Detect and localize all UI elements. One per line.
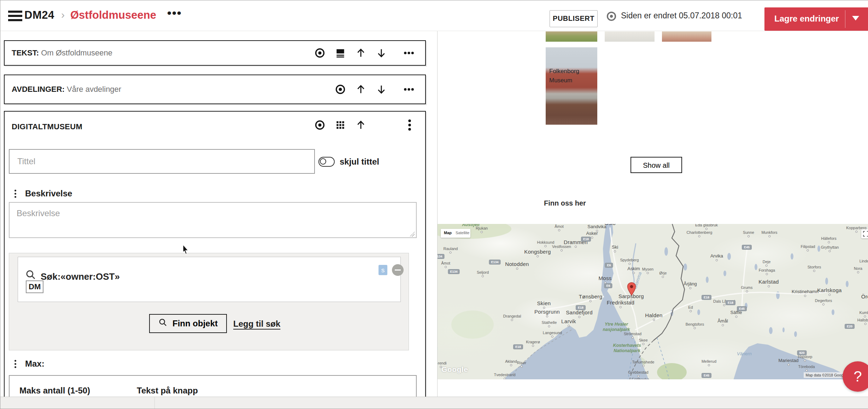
- visibility-eye-icon[interactable]: [314, 47, 326, 59]
- kebab-menu-icon[interactable]: [404, 118, 415, 134]
- published-status-button[interactable]: PUBLISERT: [550, 10, 598, 27]
- section-digitaltmuseum[interactable]: DIGITALTMUSEUM skjul tittel Beskrivelse …: [4, 111, 426, 409]
- digitaltmuseum-title: DIGITALTMUSEUM: [12, 122, 82, 131]
- breadcrumb-overflow-icon[interactable]: •••: [167, 6, 182, 20]
- scrollbar-thumb-edge: [154, 397, 155, 409]
- map-pin-icon[interactable]: [627, 282, 636, 297]
- map-type-satellite-button[interactable]: Satellite: [456, 231, 469, 235]
- menu-icon[interactable]: [8, 11, 22, 21]
- google-map[interactable]: OsloSandvikaAskerÅmotRjukanHokksundVestf…: [438, 224, 868, 379]
- app-window: DM24 › Østfoldmuseene ••• PUBLISERT Side…: [0, 0, 868, 409]
- map-type-control[interactable]: Map Satellite: [441, 229, 470, 238]
- bottom-scrollbar-track[interactable]: [0, 397, 868, 409]
- ellipsis-menu-icon[interactable]: [403, 84, 415, 95]
- move-up-icon[interactable]: [355, 84, 366, 95]
- editor-panel: TEKST: Om Østfoldmuseene AVDELINGER: Vår…: [0, 31, 437, 409]
- google-logo: Google: [441, 365, 468, 374]
- breadcrumb-root[interactable]: DM24: [24, 9, 54, 22]
- search-count-badge: s: [379, 265, 387, 275]
- last-changed-text: Siden er endret 05.07.2018 00:01: [621, 11, 742, 20]
- breadcrumb-current-page[interactable]: Østfoldmuseene: [70, 9, 156, 22]
- preview-panel: Folkenborg Museum Show all Finn oss her: [438, 31, 868, 397]
- show-all-button[interactable]: Show all: [631, 157, 682, 173]
- minus-icon: [395, 269, 401, 271]
- chevron-right-icon: ›: [61, 9, 65, 21]
- finn-objekt-label: Finn objekt: [172, 319, 218, 328]
- mouse-cursor: [182, 244, 189, 256]
- legg-til-sok-link[interactable]: Legg til søk: [233, 319, 280, 329]
- search-icon: [158, 318, 168, 329]
- ellipsis-menu-icon[interactable]: [403, 47, 415, 59]
- map-attribution: Map data ©2018 Google: [804, 372, 848, 378]
- move-up-icon[interactable]: [355, 119, 366, 132]
- save-changes-button[interactable]: Lagre endringer: [764, 7, 868, 31]
- museum-thumbnail-image[interactable]: [605, 31, 655, 42]
- visibility-eye-icon[interactable]: [314, 119, 326, 132]
- move-up-icon[interactable]: [355, 47, 366, 59]
- save-dropdown-caret-icon[interactable]: [852, 16, 859, 20]
- beskrivelse-label: Beskrivelse: [25, 189, 72, 198]
- hide-title-label: skjul tittel: [340, 157, 379, 167]
- preview-eye-icon[interactable]: [606, 11, 617, 23]
- search-query-text: Søk:«owner:OST»: [41, 271, 120, 282]
- finn-oss-her-heading: Finn oss her: [544, 199, 586, 207]
- move-down-icon[interactable]: [376, 84, 387, 95]
- map-geography: [438, 224, 868, 379]
- drag-handle-icon[interactable]: [14, 190, 17, 198]
- fullscreen-icon[interactable]: [861, 229, 868, 238]
- textarea-resize-handle[interactable]: [410, 232, 415, 237]
- search-query-panel: Søk:«owner:OST» s DM Finn objekt Legg ti…: [9, 253, 409, 350]
- museum-thumbnail-image[interactable]: [662, 31, 711, 42]
- tekst-pa-knapp-label: Tekst på knapp: [137, 386, 198, 396]
- max-label: Max:: [25, 359, 45, 369]
- save-changes-label: Lagre endringer: [774, 14, 839, 24]
- folkenborg-caption: Folkenborg Museum: [549, 67, 585, 85]
- map-type-map-button[interactable]: Map: [444, 231, 452, 235]
- section-tekst[interactable]: TEKST: Om Østfoldmuseene: [4, 40, 426, 66]
- drag-handle-icon[interactable]: [14, 360, 17, 368]
- beskrivelse-textarea[interactable]: [9, 202, 417, 238]
- top-bar: DM24 › Østfoldmuseene ••• PUBLISERT Side…: [0, 0, 868, 31]
- tittel-input[interactable]: [9, 149, 315, 174]
- folkenborg-museum-card[interactable]: Folkenborg Museum: [546, 47, 597, 125]
- section-avdelinger[interactable]: AVDELINGER: Våre avdelinger: [4, 75, 426, 104]
- saved-search-row[interactable]: Søk:«owner:OST» s DM: [18, 257, 401, 302]
- dm-source-tag: DM: [26, 280, 43, 293]
- section-tekst-title: TEKST: Om Østfoldmuseene: [12, 48, 112, 58]
- move-down-icon[interactable]: [376, 47, 387, 59]
- layout-icon[interactable]: [335, 47, 346, 59]
- finn-objekt-button[interactable]: Finn objekt: [149, 314, 227, 333]
- museum-thumbnail-image[interactable]: [546, 31, 597, 42]
- visibility-eye-icon[interactable]: [335, 84, 346, 95]
- maks-antall-label: Maks antall (1-50): [19, 386, 90, 396]
- save-button-divider: [845, 10, 845, 28]
- grid-view-icon[interactable]: [335, 119, 346, 132]
- section-avdelinger-title: AVDELINGER: Våre avdelinger: [12, 85, 121, 94]
- hide-title-toggle[interactable]: [318, 157, 335, 167]
- search-icon: [25, 269, 36, 282]
- toggle-knob: [320, 158, 326, 165]
- remove-search-button[interactable]: [392, 264, 404, 276]
